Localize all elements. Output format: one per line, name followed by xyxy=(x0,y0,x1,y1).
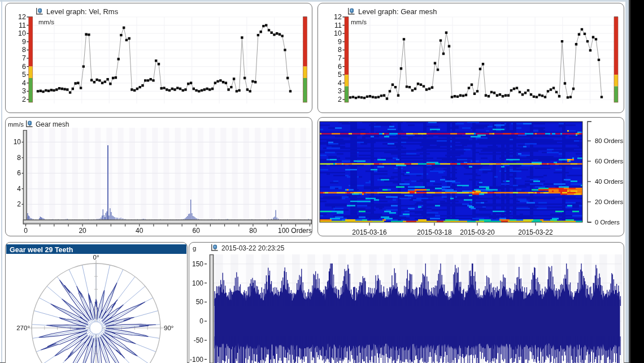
svg-text:g: g xyxy=(193,245,196,252)
svg-text:2015-03-16: 2015-03-16 xyxy=(352,228,387,236)
svg-text:2: 2 xyxy=(22,96,26,103)
svg-text:mm/s: mm/s xyxy=(38,19,54,25)
svg-text:10: 10 xyxy=(14,138,21,146)
svg-text:12: 12 xyxy=(18,13,26,21)
svg-text:Gear weel 29 Teeth: Gear weel 29 Teeth xyxy=(10,246,73,254)
svg-text:150: 150 xyxy=(192,260,203,268)
svg-text:50: 50 xyxy=(196,298,204,306)
svg-text:0: 0 xyxy=(24,227,28,235)
svg-text:40 Orders: 40 Orders xyxy=(595,178,624,185)
svg-text:8: 8 xyxy=(17,154,21,162)
svg-text:5: 5 xyxy=(338,71,342,79)
svg-text:20: 20 xyxy=(79,227,86,235)
svg-text:60 Orders: 60 Orders xyxy=(595,158,624,165)
svg-text:4: 4 xyxy=(17,185,21,193)
svg-text:2: 2 xyxy=(17,200,21,208)
svg-text:-50: -50 xyxy=(194,336,204,344)
svg-text:100 Orders: 100 Orders xyxy=(278,227,312,235)
svg-text:20 Orders: 20 Orders xyxy=(595,198,624,205)
svg-text:80 Orders: 80 Orders xyxy=(595,137,624,144)
svg-text:0°: 0° xyxy=(93,254,99,261)
svg-text:0: 0 xyxy=(199,317,203,325)
svg-text:10: 10 xyxy=(18,29,26,37)
svg-text:2015-03-20: 2015-03-20 xyxy=(460,228,495,236)
svg-text:3: 3 xyxy=(338,87,342,95)
svg-text:2015-03-18: 2015-03-18 xyxy=(417,228,452,236)
svg-text:0 Orders: 0 Orders xyxy=(595,219,620,226)
svg-text:mm/s: mm/s xyxy=(8,121,24,128)
svg-text:-100: -100 xyxy=(190,356,203,363)
svg-text:8: 8 xyxy=(22,46,26,54)
svg-text:9: 9 xyxy=(22,38,26,46)
svg-text:Level graph: Vel, Rms: Level graph: Vel, Rms xyxy=(46,7,119,16)
svg-text:100: 100 xyxy=(192,279,203,287)
svg-text:11: 11 xyxy=(334,21,342,29)
svg-text:7: 7 xyxy=(22,54,26,62)
svg-text:mm/s: mm/s xyxy=(351,19,367,25)
svg-text:2015-03-22 20:23:25: 2015-03-22 20:23:25 xyxy=(221,244,285,252)
svg-text:3: 3 xyxy=(22,87,26,95)
svg-text:9: 9 xyxy=(338,38,342,46)
svg-text:12: 12 xyxy=(334,13,342,21)
svg-text:40: 40 xyxy=(136,227,143,235)
svg-text:6: 6 xyxy=(338,63,342,71)
svg-text:80: 80 xyxy=(249,227,257,235)
svg-text:270°: 270° xyxy=(16,325,30,331)
svg-text:6: 6 xyxy=(22,63,26,71)
svg-text:10: 10 xyxy=(334,29,342,37)
svg-text:5: 5 xyxy=(22,71,26,79)
svg-text:6: 6 xyxy=(17,169,21,177)
svg-text:7: 7 xyxy=(338,54,342,62)
svg-text:2015-03-22: 2015-03-22 xyxy=(518,228,553,236)
svg-text:4: 4 xyxy=(338,79,342,87)
svg-text:2: 2 xyxy=(338,96,342,103)
svg-text:4: 4 xyxy=(22,79,26,87)
svg-text:8: 8 xyxy=(338,46,342,54)
svg-text:11: 11 xyxy=(19,21,26,29)
svg-text:Level graph: Gear mesh: Level graph: Gear mesh xyxy=(358,7,437,16)
svg-text:60: 60 xyxy=(193,227,201,235)
svg-text:Gear mesh: Gear mesh xyxy=(36,120,69,128)
svg-text:90°: 90° xyxy=(164,325,173,331)
